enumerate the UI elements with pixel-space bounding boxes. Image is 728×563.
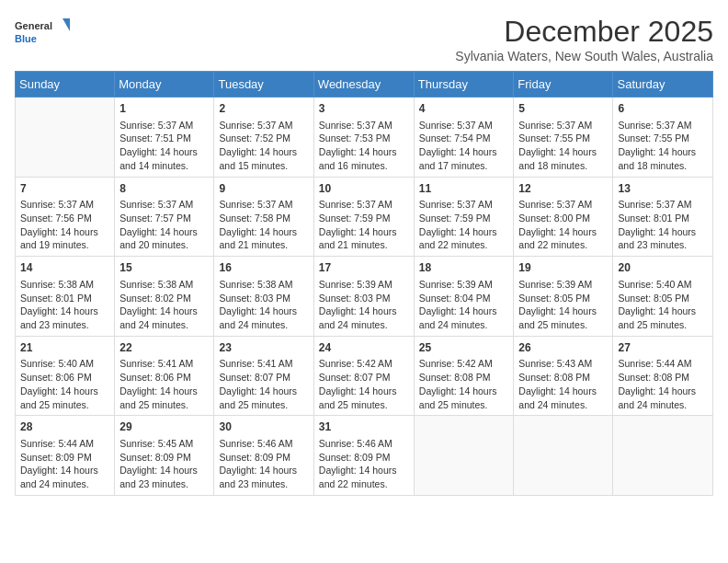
calendar-cell xyxy=(514,416,613,496)
day-number: 17 xyxy=(319,260,409,276)
cell-content: Sunrise: 5:38 AM Sunset: 8:02 PM Dayligh… xyxy=(119,278,209,332)
cell-content: Sunrise: 5:40 AM Sunset: 8:05 PM Dayligh… xyxy=(618,278,708,332)
cell-content: Sunrise: 5:44 AM Sunset: 8:08 PM Dayligh… xyxy=(618,357,708,411)
day-number: 14 xyxy=(20,260,109,276)
day-number: 15 xyxy=(119,260,209,276)
cell-content: Sunrise: 5:37 AM Sunset: 7:58 PM Dayligh… xyxy=(219,198,308,252)
sub-title: Sylvania Waters, New South Wales, Austra… xyxy=(455,49,713,63)
calendar-cell: 2Sunrise: 5:37 AM Sunset: 7:52 PM Daylig… xyxy=(214,98,313,178)
header-row: SundayMondayTuesdayWednesdayThursdayFrid… xyxy=(16,72,713,98)
day-number: 23 xyxy=(219,340,308,356)
day-number: 10 xyxy=(319,181,409,197)
week-row-3: 21Sunrise: 5:40 AM Sunset: 8:06 PM Dayli… xyxy=(16,336,713,416)
header-saturday: Saturday xyxy=(613,72,713,98)
calendar-cell: 13Sunrise: 5:37 AM Sunset: 8:01 PM Dayli… xyxy=(613,177,713,257)
calendar-cell: 31Sunrise: 5:46 AM Sunset: 8:09 PM Dayli… xyxy=(313,416,414,496)
week-row-4: 28Sunrise: 5:44 AM Sunset: 8:09 PM Dayli… xyxy=(16,416,713,496)
calendar-cell: 26Sunrise: 5:43 AM Sunset: 8:08 PM Dayli… xyxy=(514,336,613,416)
calendar-cell: 16Sunrise: 5:38 AM Sunset: 8:03 PM Dayli… xyxy=(214,257,313,337)
calendar-cell: 11Sunrise: 5:37 AM Sunset: 7:59 PM Dayli… xyxy=(414,177,514,257)
day-number: 24 xyxy=(319,340,409,356)
header-tuesday: Tuesday xyxy=(214,72,313,98)
calendar-cell: 25Sunrise: 5:42 AM Sunset: 8:08 PM Dayli… xyxy=(414,336,514,416)
cell-content: Sunrise: 5:46 AM Sunset: 8:09 PM Dayligh… xyxy=(219,437,308,491)
day-number: 27 xyxy=(618,340,708,356)
calendar-cell: 27Sunrise: 5:44 AM Sunset: 8:08 PM Dayli… xyxy=(613,336,713,416)
cell-content: Sunrise: 5:37 AM Sunset: 7:51 PM Dayligh… xyxy=(119,119,209,173)
day-number: 3 xyxy=(319,101,409,117)
cell-content: Sunrise: 5:37 AM Sunset: 7:52 PM Dayligh… xyxy=(219,119,308,173)
cell-content: Sunrise: 5:37 AM Sunset: 8:00 PM Dayligh… xyxy=(518,198,608,252)
day-number: 28 xyxy=(20,419,109,435)
cell-content: Sunrise: 5:44 AM Sunset: 8:09 PM Dayligh… xyxy=(20,437,109,491)
cell-content: Sunrise: 5:43 AM Sunset: 8:08 PM Dayligh… xyxy=(518,357,608,411)
day-number: 13 xyxy=(618,181,708,197)
page-header: General Blue December 2025 Sylvania Wate… xyxy=(15,15,713,63)
cell-content: Sunrise: 5:39 AM Sunset: 8:05 PM Dayligh… xyxy=(518,278,608,332)
cell-content: Sunrise: 5:39 AM Sunset: 8:03 PM Dayligh… xyxy=(319,278,409,332)
day-number: 22 xyxy=(119,340,209,356)
calendar-table: SundayMondayTuesdayWednesdayThursdayFrid… xyxy=(15,71,713,496)
cell-content: Sunrise: 5:38 AM Sunset: 8:01 PM Dayligh… xyxy=(20,278,109,332)
calendar-cell: 6Sunrise: 5:37 AM Sunset: 7:55 PM Daylig… xyxy=(613,98,713,178)
calendar-cell: 5Sunrise: 5:37 AM Sunset: 7:55 PM Daylig… xyxy=(514,98,613,178)
calendar-cell: 30Sunrise: 5:46 AM Sunset: 8:09 PM Dayli… xyxy=(214,416,313,496)
calendar-cell: 22Sunrise: 5:41 AM Sunset: 8:06 PM Dayli… xyxy=(115,336,214,416)
week-row-2: 14Sunrise: 5:38 AM Sunset: 8:01 PM Dayli… xyxy=(16,257,713,337)
calendar-cell: 8Sunrise: 5:37 AM Sunset: 7:57 PM Daylig… xyxy=(115,177,214,257)
day-number: 31 xyxy=(319,419,409,435)
day-number: 20 xyxy=(618,260,708,276)
calendar-cell: 7Sunrise: 5:37 AM Sunset: 7:56 PM Daylig… xyxy=(16,177,115,257)
header-thursday: Thursday xyxy=(414,72,514,98)
calendar-cell: 19Sunrise: 5:39 AM Sunset: 8:05 PM Dayli… xyxy=(514,257,613,337)
calendar-cell xyxy=(414,416,514,496)
day-number: 26 xyxy=(518,340,608,356)
day-number: 9 xyxy=(219,181,308,197)
calendar-cell: 14Sunrise: 5:38 AM Sunset: 8:01 PM Dayli… xyxy=(16,257,115,337)
day-number: 29 xyxy=(119,419,209,435)
day-number: 2 xyxy=(219,101,308,117)
cell-content: Sunrise: 5:46 AM Sunset: 8:09 PM Dayligh… xyxy=(319,437,409,491)
calendar-cell: 28Sunrise: 5:44 AM Sunset: 8:09 PM Dayli… xyxy=(16,416,115,496)
cell-content: Sunrise: 5:38 AM Sunset: 8:03 PM Dayligh… xyxy=(219,278,308,332)
calendar-cell: 9Sunrise: 5:37 AM Sunset: 7:58 PM Daylig… xyxy=(214,177,313,257)
calendar-cell: 15Sunrise: 5:38 AM Sunset: 8:02 PM Dayli… xyxy=(115,257,214,337)
cell-content: Sunrise: 5:37 AM Sunset: 7:53 PM Dayligh… xyxy=(319,119,409,173)
cell-content: Sunrise: 5:42 AM Sunset: 8:08 PM Dayligh… xyxy=(419,357,509,411)
calendar-cell: 3Sunrise: 5:37 AM Sunset: 7:53 PM Daylig… xyxy=(313,98,414,178)
cell-content: Sunrise: 5:40 AM Sunset: 8:06 PM Dayligh… xyxy=(20,357,109,411)
cell-content: Sunrise: 5:37 AM Sunset: 7:59 PM Dayligh… xyxy=(419,198,509,252)
calendar-cell: 17Sunrise: 5:39 AM Sunset: 8:03 PM Dayli… xyxy=(313,257,414,337)
header-wednesday: Wednesday xyxy=(313,72,414,98)
logo: General Blue xyxy=(15,15,70,52)
cell-content: Sunrise: 5:42 AM Sunset: 8:07 PM Dayligh… xyxy=(319,357,409,411)
svg-marker-2 xyxy=(63,18,70,31)
cell-content: Sunrise: 5:39 AM Sunset: 8:04 PM Dayligh… xyxy=(419,278,509,332)
cell-content: Sunrise: 5:37 AM Sunset: 7:56 PM Dayligh… xyxy=(20,198,109,252)
svg-text:Blue: Blue xyxy=(15,33,37,44)
cell-content: Sunrise: 5:37 AM Sunset: 7:55 PM Dayligh… xyxy=(618,119,708,173)
calendar-cell: 21Sunrise: 5:40 AM Sunset: 8:06 PM Dayli… xyxy=(16,336,115,416)
calendar-cell xyxy=(613,416,713,496)
main-title: December 2025 xyxy=(455,15,713,49)
calendar-cell: 29Sunrise: 5:45 AM Sunset: 8:09 PM Dayli… xyxy=(115,416,214,496)
day-number: 16 xyxy=(219,260,308,276)
header-monday: Monday xyxy=(115,72,214,98)
calendar-cell: 12Sunrise: 5:37 AM Sunset: 8:00 PM Dayli… xyxy=(514,177,613,257)
cell-content: Sunrise: 5:37 AM Sunset: 7:57 PM Dayligh… xyxy=(119,198,209,252)
cell-content: Sunrise: 5:41 AM Sunset: 8:06 PM Dayligh… xyxy=(119,357,209,411)
day-number: 5 xyxy=(518,101,608,117)
day-number: 11 xyxy=(419,181,509,197)
day-number: 8 xyxy=(119,181,209,197)
day-number: 12 xyxy=(518,181,608,197)
day-number: 30 xyxy=(219,419,308,435)
calendar-cell xyxy=(16,98,115,178)
week-row-0: 1Sunrise: 5:37 AM Sunset: 7:51 PM Daylig… xyxy=(16,98,713,178)
day-number: 19 xyxy=(518,260,608,276)
calendar-cell: 18Sunrise: 5:39 AM Sunset: 8:04 PM Dayli… xyxy=(414,257,514,337)
calendar-cell: 20Sunrise: 5:40 AM Sunset: 8:05 PM Dayli… xyxy=(613,257,713,337)
day-number: 1 xyxy=(119,101,209,117)
week-row-1: 7Sunrise: 5:37 AM Sunset: 7:56 PM Daylig… xyxy=(16,177,713,257)
cell-content: Sunrise: 5:41 AM Sunset: 8:07 PM Dayligh… xyxy=(219,357,308,411)
day-number: 7 xyxy=(20,181,109,197)
